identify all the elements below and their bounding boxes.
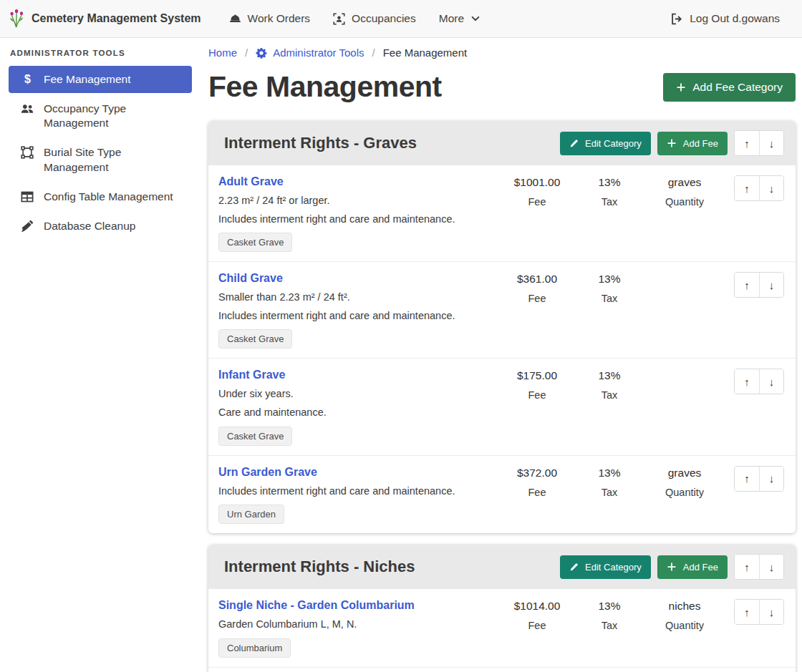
- main-content: Home / Administrator Tools / Fee Managem…: [200, 38, 802, 672]
- nav-work-orders[interactable]: Work Orders: [220, 6, 320, 31]
- arrow-down-icon: ↓: [769, 561, 775, 573]
- nav-more-dropdown[interactable]: More: [430, 6, 490, 31]
- fee-col-qty-value: niches: [642, 600, 727, 613]
- sidebar-item-label: Occupancy Type Management: [44, 102, 180, 130]
- edit-category-button[interactable]: Edit Category: [560, 132, 651, 155]
- sidebar-item-fee-management[interactable]: $Fee Management: [9, 66, 192, 93]
- fee-row: Adult Grave2.23 m² / 24 ft² or larger.In…: [208, 165, 796, 262]
- fee-move-up-button[interactable]: ↑: [735, 467, 759, 491]
- add-fee-button[interactable]: Add Fee: [657, 132, 728, 155]
- fee-row: Infant GraveUnder six years.Care and mai…: [208, 359, 796, 455]
- fee-description: Care and maintenance.: [218, 406, 491, 420]
- broom-icon: [20, 220, 34, 233]
- fee-move-down-button[interactable]: ↓: [759, 600, 783, 624]
- category-reorder-group: ↑↓: [734, 554, 784, 580]
- fee-col-fee-column: $372.00Fee: [498, 465, 576, 498]
- fee-col-qty-column: gravesQuantity: [642, 175, 727, 208]
- fee-row: Single Niche - Garden ColumbariumGarden …: [208, 589, 796, 668]
- fee-description: Includes interment right and care and ma…: [218, 309, 491, 323]
- sidebar-item-burial-site-type-management[interactable]: Burial Site Type Management: [9, 139, 192, 180]
- fee-col-fee-value: $1014.00: [498, 600, 576, 613]
- vector-square-icon: [20, 146, 34, 159]
- breadcrumb-home-link[interactable]: Home: [208, 47, 237, 59]
- fee-move-down-button[interactable]: ↓: [759, 467, 783, 491]
- category-move-down-button[interactable]: ↓: [759, 131, 783, 155]
- arrow-up-icon: ↑: [744, 137, 750, 150]
- sidebar-item-label: Fee Management: [44, 72, 131, 87]
- fee-type-badge: Casket Grave: [218, 329, 292, 349]
- nav-more-label: More: [439, 12, 464, 25]
- category-move-up-button[interactable]: ↑: [735, 131, 759, 155]
- fee-col-tax-label: Tax: [576, 389, 642, 401]
- fee-move-down-button[interactable]: ↓: [759, 273, 783, 297]
- fee-name-link[interactable]: Urn Garden Grave: [218, 466, 317, 479]
- fee-move-up-button[interactable]: ↑: [735, 600, 759, 624]
- category-move-up-button[interactable]: ↑: [735, 555, 759, 579]
- logout-icon: [671, 13, 683, 25]
- fee-name-link[interactable]: Single Niche - Garden Columbarium: [218, 599, 415, 612]
- fee-name-link[interactable]: Child Grave: [218, 272, 283, 285]
- fee-col-tax-value: 13%: [576, 273, 642, 286]
- arrow-up-icon: ↑: [744, 606, 750, 618]
- logout-button[interactable]: Log Out d.gowans: [662, 6, 789, 31]
- breadcrumb-separator: /: [372, 47, 375, 59]
- fee-details: Single Niche - Garden ColumbariumGarden …: [218, 598, 498, 658]
- category-header: Interment Rights - GravesEdit CategoryAd…: [208, 121, 796, 165]
- sidebar-item-database-cleanup[interactable]: Database Cleanup: [9, 213, 192, 240]
- sidebar-item-config-table-management[interactable]: Config Table Management: [9, 183, 192, 210]
- chevron-down-icon: [470, 14, 480, 24]
- fee-description: Garden Columbarium L, M, N.: [218, 618, 491, 632]
- sidebar-item-label: Burial Site Type Management: [44, 145, 180, 174]
- add-fee-button[interactable]: Add Fee: [657, 555, 728, 579]
- fee-col-tax-value: 13%: [576, 467, 642, 479]
- category-title: Interment Rights - Graves: [224, 134, 554, 152]
- nav-occupancies[interactable]: Occupancies: [324, 6, 425, 31]
- gear-icon: [256, 47, 267, 59]
- arrow-up-icon: ↑: [744, 472, 750, 484]
- fee-description: Under six years.: [218, 387, 491, 401]
- fee-col-fee-label: Fee: [498, 487, 576, 498]
- category-move-down-button[interactable]: ↓: [759, 555, 783, 579]
- fee-col-tax-label: Tax: [576, 620, 642, 631]
- fee-move-up-button[interactable]: ↑: [735, 273, 759, 297]
- sidebar-section-header: ADMINISTRATOR TOOLS: [10, 49, 192, 57]
- nav-links: Work Orders Occupancies More: [220, 6, 491, 31]
- arrow-up-icon: ↑: [744, 182, 750, 195]
- fee-category-card: Interment Rights - NichesEdit CategoryAd…: [208, 545, 796, 672]
- breadcrumb-admin-tools-link[interactable]: Administrator Tools: [256, 47, 364, 59]
- arrow-down-icon: ↓: [769, 279, 775, 291]
- fee-col-fee-label: Fee: [498, 196, 576, 208]
- fee-col-tax-value: 13%: [576, 600, 642, 613]
- fee-details: Urn Garden GraveIncludes interment right…: [218, 465, 498, 525]
- edit-category-button[interactable]: Edit Category: [560, 555, 651, 579]
- fee-move-down-button[interactable]: ↓: [759, 369, 783, 394]
- fee-move-down-button[interactable]: ↓: [759, 176, 783, 200]
- fee-name-link[interactable]: Infant Grave: [218, 369, 285, 381]
- fee-type-badge: Columbarium: [218, 638, 291, 658]
- fee-col-fee-label: Fee: [498, 620, 576, 631]
- category-title: Interment Rights - Niches: [224, 557, 554, 576]
- fee-move-up-button[interactable]: ↑: [735, 369, 759, 394]
- breadcrumb-separator: /: [245, 47, 248, 59]
- fee-move-up-button[interactable]: ↑: [735, 176, 759, 200]
- fee-reorder-group: ↑↓: [734, 466, 784, 492]
- fee-row: Urn Garden GraveIncludes interment right…: [208, 456, 796, 534]
- edit-category-label: Edit Category: [585, 562, 642, 573]
- fee-description: Includes interment right and care and ma…: [218, 484, 491, 499]
- category-fee-list: Single Niche - Garden ColumbariumGarden …: [208, 589, 796, 672]
- app-brand[interactable]: Cemetery Management System: [9, 9, 201, 29]
- sidebar-item-occupancy-type-management[interactable]: Occupancy Type Management: [9, 95, 192, 137]
- tulip-logo-icon: [9, 9, 26, 29]
- fee-name-link[interactable]: Adult Grave: [218, 175, 284, 188]
- hard-hat-icon: [229, 13, 241, 25]
- fee-col-qty-label: Quantity: [642, 196, 727, 208]
- fee-col-tax-column: 13%Tax: [576, 175, 642, 208]
- edit-category-label: Edit Category: [585, 138, 642, 149]
- app-title: Cemetery Management System: [32, 12, 201, 25]
- arrow-up-icon: ↑: [744, 376, 750, 388]
- add-fee-category-button[interactable]: Add Fee Category: [663, 73, 796, 102]
- fee-col-fee-column: $175.00Fee: [498, 368, 576, 401]
- occupancy-icon: [333, 13, 345, 25]
- fee-col-tax-column: 13%Tax: [576, 271, 642, 304]
- table-icon: [20, 190, 34, 203]
